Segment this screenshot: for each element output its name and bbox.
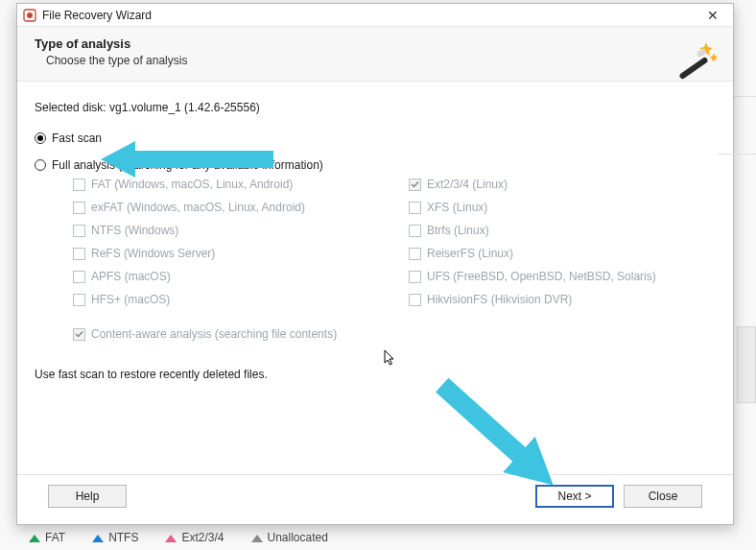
fs-checkbox-reiserfs[interactable]: ReiserFS (Linux) [409,247,716,260]
checkbox-icon [73,248,85,260]
fs-label: Ext2/3/4 (Linux) [427,178,508,191]
wizard-footer: Help Next > Close [35,475,716,519]
svg-rect-4 [678,57,708,80]
fs-label: ReFS (Windows Server) [91,247,215,260]
filesystem-grid: FAT (Windows, macOS, Linux, Android) Ext… [73,178,716,306]
fs-checkbox-fat[interactable]: FAT (Windows, macOS, Linux, Android) [73,178,409,191]
wizard-wand-icon [673,36,720,85]
legend-label: Unallocated [268,531,328,544]
fs-label: HikvisionFS (Hikvision DVR) [427,293,572,306]
page-subtitle: Choose the type of analysis [46,54,716,67]
fs-checkbox-xfs[interactable]: XFS (Linux) [409,201,716,214]
wizard-header: Type of analysis Choose the type of anal… [17,27,733,82]
svg-point-1 [27,12,33,18]
radio-icon [35,132,46,144]
checkbox-icon [409,294,421,306]
checkbox-icon [409,248,421,260]
radio-icon [35,159,46,171]
checkbox-icon [73,179,85,191]
fs-checkbox-ufs[interactable]: UFS (FreeBSD, OpenBSD, NetBSD, Solaris) [409,270,716,283]
fast-scan-label: Fast scan [52,132,102,145]
filesystem-legend: FAT NTFS Ext2/3/4 Unallocated [29,531,328,544]
triangle-icon [165,535,177,542]
legend-item-ext: Ext2/3/4 [165,531,224,544]
triangle-icon [29,535,40,542]
fs-label: APFS (macOS) [91,270,171,283]
fast-scan-radio[interactable]: Fast scan [35,132,716,145]
checkbox-icon [409,179,421,191]
fs-label: XFS (Linux) [427,201,487,214]
help-button[interactable]: Help [48,485,127,508]
file-recovery-wizard-dialog: File Recovery Wizard ✕ Type of analysis … [16,3,734,525]
fs-label: FAT (Windows, macOS, Linux, Android) [91,178,293,191]
fs-label: ReiserFS (Linux) [427,247,513,260]
fs-checkbox-hfs[interactable]: HFS+ (macOS) [73,293,409,306]
fs-label: NTFS (Windows) [91,224,178,237]
legend-item-fat: FAT [29,531,65,544]
checkbox-icon [409,225,421,237]
legend-label: NTFS [108,531,138,544]
legend-item-ntfs: NTFS [92,531,138,544]
app-icon [23,9,36,22]
titlebar: File Recovery Wizard ✕ [17,4,733,27]
next-button[interactable]: Next > [535,485,614,508]
fs-checkbox-apfs[interactable]: APFS (macOS) [73,270,409,283]
fs-checkbox-btrfs[interactable]: Btrfs (Linux) [409,224,716,237]
close-button[interactable]: Close [624,485,702,508]
fs-checkbox-exfat[interactable]: exFAT (Windows, macOS, Linux, Android) [73,201,409,214]
selected-disk-label: Selected disk: vg1.volume_1 (1.42.6-2555… [35,101,716,114]
legend-item-unallocated: Unallocated [251,531,328,544]
triangle-icon [92,535,104,542]
page-title: Type of analysis [35,36,716,51]
fast-scan-hint: Use fast scan to restore recently delete… [35,368,716,381]
triangle-icon [251,535,263,542]
checkbox-icon [73,202,85,214]
wizard-body: Selected disk: vg1.volume_1 (1.42.6-2555… [17,82,733,524]
content-aware-label: Content-aware analysis (searching file c… [91,327,337,341]
fs-checkbox-hikvisionfs[interactable]: HikvisionFS (Hikvision DVR) [409,293,716,306]
window-title: File Recovery Wizard [42,9,698,22]
checkbox-icon [73,328,85,341]
fs-checkbox-refs[interactable]: ReFS (Windows Server) [73,247,409,260]
fs-label: Btrfs (Linux) [427,224,489,237]
fs-checkbox-ext[interactable]: Ext2/3/4 (Linux) [409,178,716,191]
background-panel [737,326,756,403]
fs-checkbox-ntfs[interactable]: NTFS (Windows) [73,224,409,237]
legend-label: Ext2/3/4 [181,531,224,544]
fs-label: HFS+ (macOS) [91,293,170,306]
checkbox-icon [409,271,421,283]
legend-label: FAT [45,531,65,544]
svg-marker-3 [710,53,718,61]
full-analysis-radio[interactable]: Full analysis (searching for any availab… [35,158,716,172]
full-analysis-label: Full analysis (searching for any availab… [52,158,323,172]
close-icon[interactable]: ✕ [698,9,727,22]
cursor-icon [384,349,397,370]
content-aware-checkbox[interactable]: Content-aware analysis (searching file c… [73,327,716,341]
fs-label: exFAT (Windows, macOS, Linux, Android) [91,201,305,214]
fs-label: UFS (FreeBSD, OpenBSD, NetBSD, Solaris) [427,270,656,283]
checkbox-icon [73,225,85,237]
checkbox-icon [73,294,85,306]
checkbox-icon [409,202,421,214]
checkbox-icon [73,271,85,283]
